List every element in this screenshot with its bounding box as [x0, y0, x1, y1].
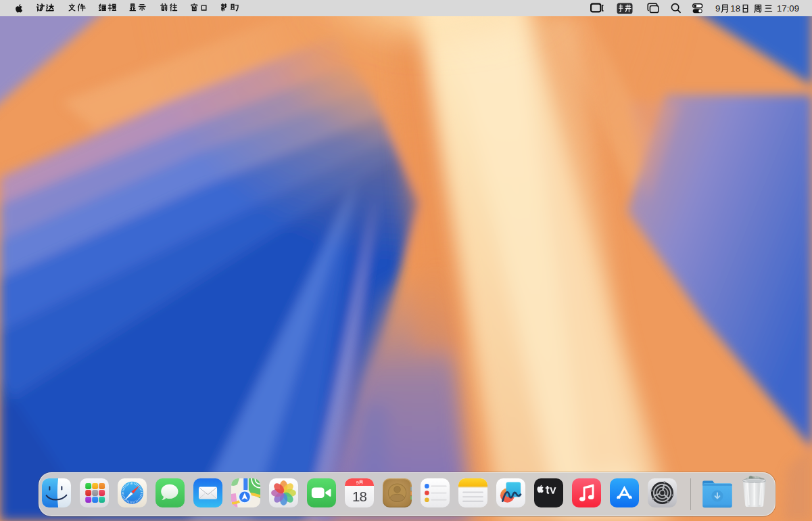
svg-text:9: 9 [356, 480, 359, 486]
svg-text:18: 18 [352, 489, 366, 504]
